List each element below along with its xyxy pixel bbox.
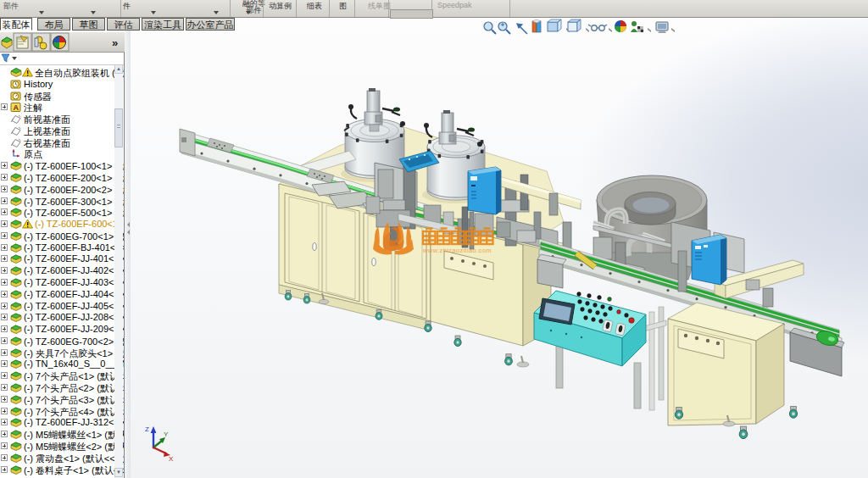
svg-text:Y: Y — [164, 431, 169, 438]
svg-text:X: X — [169, 455, 174, 463]
svg-text:www.zhizaoziliao.com: www.zhizaoziliao.com — [422, 247, 492, 254]
svg-text:Z: Z — [145, 425, 149, 433]
